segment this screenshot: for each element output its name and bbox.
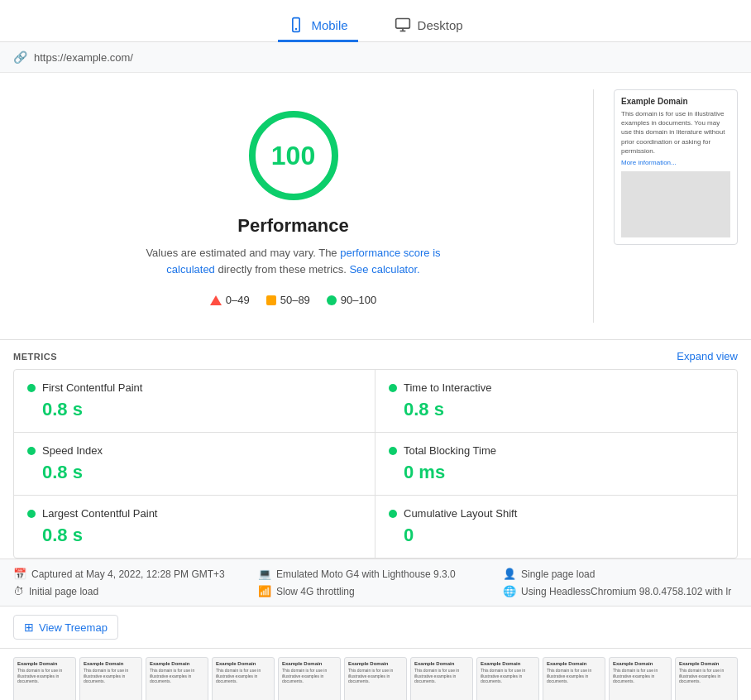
- subtitle-text-mid: directly from these metrics.: [215, 263, 350, 276]
- timer-icon: ⏱: [13, 585, 24, 597]
- metrics-section: METRICS Expand view First Contentful Pai…: [0, 339, 751, 559]
- thumbnail-title: Example Domain: [17, 661, 72, 666]
- metrics-header: METRICS Expand view: [13, 340, 738, 369]
- thumbnail-title: Example Domain: [348, 661, 403, 666]
- treemap-button[interactable]: ⊞ View Treemap: [13, 615, 118, 640]
- metrics-label: METRICS: [13, 352, 57, 362]
- thumbnail-title: Example Domain: [547, 661, 601, 666]
- metric-cls-header: Cumulative Layout Shift: [389, 507, 724, 520]
- filmstrip-thumbnail: Example DomainThis domain is for use in …: [79, 657, 142, 700]
- throttling-text: Slow 4G throttling: [276, 586, 355, 597]
- metric-cls-dot: [389, 510, 397, 518]
- preview-section: Example Domain This domain is for use in…: [614, 89, 738, 323]
- filmstrip: Example DomainThis domain is for use in …: [0, 649, 751, 700]
- capture-time-text: Captured at May 4, 2022, 12:28 PM GMT+3: [31, 568, 225, 580]
- metric-fcp: First Contentful Paint 0.8 s: [14, 370, 376, 433]
- thumbnail-title: Example Domain: [679, 661, 734, 666]
- preview-link: More information...: [621, 159, 730, 166]
- url-text: https://example.com/: [34, 51, 133, 64]
- metric-fcp-header: First Contentful Paint: [27, 381, 361, 394]
- legend-triangle-icon: [210, 295, 222, 305]
- info-capture-time: 📅 Captured at May 4, 2022, 12:28 PM GMT+…: [13, 568, 248, 580]
- tab-desktop-label: Desktop: [418, 18, 463, 32]
- metric-tbt-value: 0 ms: [404, 462, 724, 483]
- main-content: 100 Performance Values are estimated and…: [0, 73, 751, 339]
- mobile-icon: [288, 17, 304, 33]
- thumbnail-text: This domain is for use in illustrative e…: [613, 668, 667, 684]
- info-single-page: 👤 Single page load: [503, 568, 738, 580]
- desktop-icon: [395, 17, 411, 33]
- filmstrip-thumbnail: Example DomainThis domain is for use in …: [344, 657, 407, 700]
- metric-si-header: Speed Index: [27, 444, 361, 457]
- tab-mobile-label: Mobile: [311, 18, 347, 32]
- legend-green: 90–100: [327, 294, 376, 306]
- thumbnail-text: This domain is for use in illustrative e…: [17, 668, 72, 684]
- legend-dot-icon: [327, 295, 337, 305]
- thumbnail-text: This domain is for use in illustrative e…: [481, 668, 535, 684]
- score-section: 100 Performance Values are estimated and…: [13, 89, 573, 323]
- calendar-icon: 📅: [13, 568, 26, 580]
- legend-red: 0–49: [210, 294, 250, 306]
- metric-tbt-name: Total Blocking Time: [404, 444, 496, 457]
- metric-lcp-value: 0.8 s: [42, 525, 361, 546]
- thumbnail-text: This domain is for use in illustrative e…: [216, 668, 270, 684]
- metric-fcp-value: 0.8 s: [42, 399, 361, 420]
- metric-cls: Cumulative Layout Shift 0: [376, 496, 737, 558]
- treemap-label: View Treemap: [39, 621, 108, 634]
- score-value: 100: [271, 141, 315, 171]
- info-browser: 🌐 Using HeadlessChromium 98.0.4758.102 w…: [503, 585, 738, 597]
- thumbnail-text: This domain is for use in illustrative e…: [679, 668, 734, 684]
- metric-tti-value: 0.8 s: [404, 399, 724, 420]
- metric-fcp-dot: [27, 384, 36, 392]
- tab-bar: Mobile Desktop: [0, 0, 751, 42]
- preview-gray-block: [621, 171, 730, 237]
- metric-lcp-name: Largest Contentful Paint: [42, 507, 157, 520]
- thumbnail-title: Example Domain: [216, 661, 270, 666]
- metric-fcp-name: First Contentful Paint: [42, 381, 142, 394]
- metric-tti: Time to Interactive 0.8 s: [376, 370, 737, 433]
- metric-cls-value: 0: [404, 525, 724, 546]
- info-bar: 📅 Captured at May 4, 2022, 12:28 PM GMT+…: [0, 559, 751, 607]
- metric-si-name: Speed Index: [42, 444, 103, 457]
- single-page-text: Single page load: [521, 568, 595, 580]
- filmstrip-thumbnail: Example DomainThis domain is for use in …: [13, 657, 76, 700]
- signal-icon: 📶: [258, 585, 271, 597]
- performance-title: Performance: [237, 215, 349, 237]
- thumbnail-title: Example Domain: [150, 661, 204, 666]
- performance-subtitle: Values are estimated and may vary. The p…: [136, 245, 451, 277]
- metric-lcp: Largest Contentful Paint 0.8 s: [14, 496, 376, 558]
- tab-mobile[interactable]: Mobile: [278, 10, 357, 42]
- treemap-icon: ⊞: [24, 621, 34, 634]
- preview-text: This domain is for use in illustrative e…: [621, 109, 730, 156]
- thumbnail-text: This domain is for use in illustrative e…: [84, 668, 138, 684]
- score-circle: 100: [244, 106, 343, 205]
- legend-orange: 50–89: [266, 294, 310, 306]
- preview-frame: Example Domain This domain is for use in…: [614, 89, 738, 245]
- filmstrip-thumbnail: Example DomainThis domain is for use in …: [410, 657, 473, 700]
- legend-orange-label: 50–89: [280, 294, 310, 306]
- section-divider: [593, 89, 594, 323]
- expand-view-link[interactable]: Expand view: [677, 350, 738, 362]
- metric-tbt-header: Total Blocking Time: [389, 444, 724, 457]
- thumbnail-title: Example Domain: [481, 661, 535, 666]
- user-icon: 👤: [503, 568, 516, 580]
- metric-lcp-header: Largest Contentful Paint: [27, 507, 361, 520]
- tab-desktop[interactable]: Desktop: [385, 10, 473, 42]
- metric-tti-name: Time to Interactive: [404, 381, 491, 394]
- filmstrip-thumbnail: Example DomainThis domain is for use in …: [609, 657, 672, 700]
- score-legend: 0–49 50–89 90–100: [210, 294, 376, 306]
- globe-icon: 🌐: [503, 585, 516, 597]
- filmstrip-thumbnail: Example DomainThis domain is for use in …: [212, 657, 275, 700]
- calculator-link[interactable]: See calculator.: [349, 263, 419, 276]
- thumbnail-text: This domain is for use in illustrative e…: [282, 668, 337, 684]
- link-icon: 🔗: [13, 50, 27, 64]
- metric-cls-name: Cumulative Layout Shift: [404, 507, 517, 520]
- thumbnail-text: This domain is for use in illustrative e…: [547, 668, 601, 684]
- filmstrip-thumbnail: Example DomainThis domain is for use in …: [675, 657, 738, 700]
- filmstrip-thumbnail: Example DomainThis domain is for use in …: [476, 657, 539, 700]
- treemap-section: ⊞ View Treemap: [0, 607, 751, 649]
- subtitle-text-start: Values are estimated and may vary. The: [146, 247, 340, 259]
- thumbnail-title: Example Domain: [282, 661, 337, 666]
- initial-load-text: Initial page load: [29, 586, 98, 597]
- filmstrip-thumbnail: Example DomainThis domain is for use in …: [146, 657, 208, 700]
